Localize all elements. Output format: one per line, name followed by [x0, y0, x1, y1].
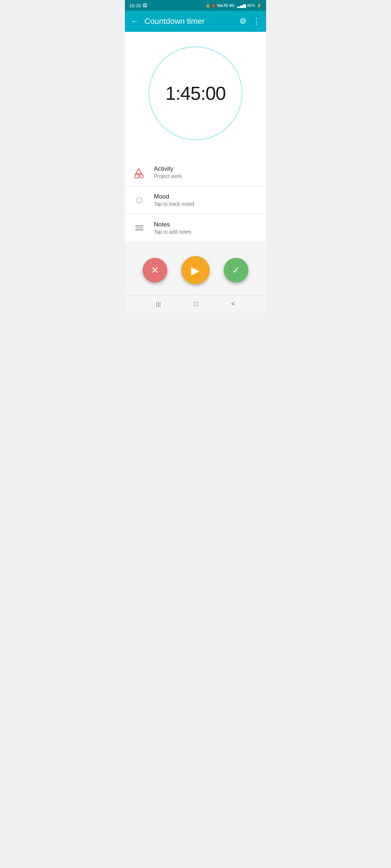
charging-icon: ⚡: [257, 3, 262, 8]
svg-rect-1: [135, 174, 139, 178]
gallery-icon: 🖼: [143, 3, 147, 8]
mood-placeholder: Tap to track mood: [154, 201, 194, 207]
svg-point-2: [140, 174, 143, 178]
confirm-button[interactable]: ✓: [224, 258, 248, 282]
content-spacer: [125, 242, 266, 249]
activity-icon: [132, 165, 147, 179]
settings-button[interactable]: ⚙: [239, 17, 247, 26]
info-section: Activity Project work ☺ Mood Tap to trac…: [125, 158, 266, 242]
network-icon: VoLTE 4G↑: [217, 4, 236, 8]
activity-label: Activity: [154, 165, 182, 173]
svg-marker-0: [136, 169, 142, 174]
app-bar: ← Countdown timer ⚙ ⋮: [125, 11, 266, 32]
notes-icon-container: [132, 221, 147, 235]
activity-text: Activity Project work: [154, 165, 182, 179]
time-display: 18:26: [129, 3, 141, 8]
notes-item[interactable]: Notes Tap to add notes: [125, 214, 266, 242]
page-title: Countdown timer: [144, 17, 234, 26]
notes-line-2: [135, 227, 143, 229]
notes-line-3: [135, 229, 143, 230]
nav-back-button[interactable]: <: [231, 300, 235, 308]
main-content: 1:45:00 Activity Project work: [125, 32, 266, 312]
activity-value: Project work: [154, 173, 182, 179]
status-bar: 18:26 🖼 🔒 🔕 VoLTE 4G↑ ▂▄▆ 86% ⚡: [125, 0, 266, 11]
status-icons: 🔒 🔕 VoLTE 4G↑ ▂▄▆ 86% ⚡: [206, 3, 262, 8]
notes-lines-icon: [135, 225, 143, 230]
nav-home-button[interactable]: □: [194, 300, 198, 308]
activity-item[interactable]: Activity Project work: [125, 158, 266, 186]
mood-icon: ☺: [132, 193, 147, 207]
mute-icon: 🔕: [211, 4, 216, 8]
status-time: 18:26 🖼: [129, 3, 147, 8]
notes-text: Notes Tap to add notes: [154, 221, 192, 235]
nav-menu-button[interactable]: |||: [156, 301, 161, 307]
notes-line-1: [135, 225, 143, 226]
lock-icon: 🔒: [206, 4, 210, 8]
mood-item[interactable]: ☺ Mood Tap to track mood: [125, 186, 266, 214]
cancel-button[interactable]: ✕: [143, 258, 167, 282]
timer-section: 1:45:00: [125, 32, 266, 158]
battery-display: 86%: [247, 3, 255, 8]
signal-icon: ▂▄▆: [237, 3, 246, 8]
notes-placeholder: Tap to add notes: [154, 229, 192, 235]
mood-text: Mood Tap to track mood: [154, 193, 194, 207]
timer-circle[interactable]: 1:45:00: [148, 46, 243, 140]
bottom-controls: ✕ ▶ ✓: [125, 249, 266, 295]
timer-display: 1:45:00: [165, 82, 226, 104]
more-options-button[interactable]: ⋮: [252, 17, 260, 26]
notes-label: Notes: [154, 221, 192, 228]
back-button[interactable]: ←: [131, 17, 139, 26]
play-button[interactable]: ▶: [181, 256, 210, 284]
mood-label: Mood: [154, 193, 194, 200]
smiley-icon: ☺: [134, 194, 145, 206]
navigation-bar: ||| □ <: [125, 295, 266, 312]
